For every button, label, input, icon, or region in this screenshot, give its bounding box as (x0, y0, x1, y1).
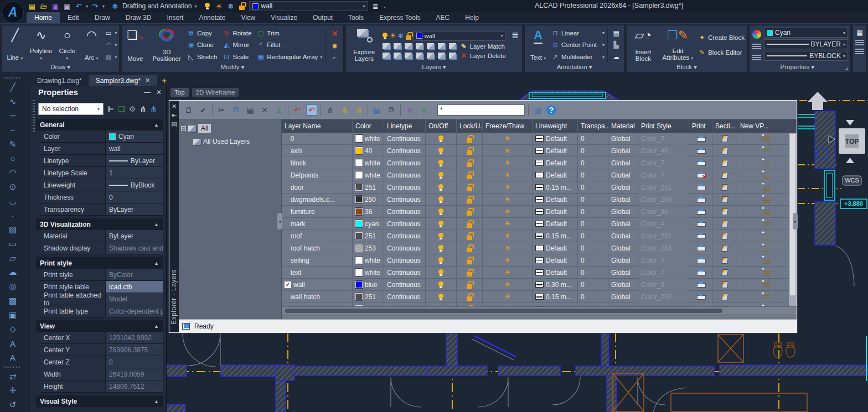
invert-filter-icon[interactable]: ⋔ (324, 105, 335, 116)
section-cell[interactable] (712, 194, 737, 206)
material-cell[interactable]: Global (608, 181, 638, 194)
layer-match-button[interactable]: ✎Layer Match (460, 43, 505, 50)
linetype-cell[interactable]: Continuous (384, 206, 426, 218)
transparency-cell[interactable]: 0 (578, 157, 608, 169)
property-value[interactable]: ByColor (106, 269, 163, 280)
section-cell[interactable] (712, 242, 737, 254)
copy-icon[interactable]: ⧉ (230, 105, 241, 116)
layer-tool-icon[interactable] (438, 53, 445, 59)
linetype-cell[interactable]: Continuous (384, 169, 426, 181)
material-cell[interactable]: Global (608, 242, 638, 254)
on-off-cell[interactable] (426, 194, 457, 206)
quick-layer-combo[interactable]: wall▾ (249, 1, 368, 11)
layer-tool-icon[interactable] (438, 43, 445, 49)
polyline-icon[interactable]: ∿ (4, 95, 21, 109)
print-cell[interactable] (689, 267, 712, 279)
ellipse-icon[interactable]: ⊙ (4, 180, 21, 194)
section-header[interactable]: View▲ (36, 320, 163, 332)
property-value[interactable]: 763906.3975 (106, 344, 163, 356)
table-icon[interactable]: ▦ (856, 29, 862, 36)
collapse-arrow-icon[interactable]: ▲ (154, 122, 159, 128)
material-cell[interactable]: Global (608, 291, 638, 303)
column-header[interactable]: Color (353, 119, 384, 133)
close-icon[interactable]: ✕ (156, 88, 162, 96)
cube-down-arrow-icon[interactable] (846, 158, 854, 163)
color-cell[interactable]: 251 (353, 291, 384, 303)
new-vp-cell[interactable] (737, 218, 797, 230)
move-button[interactable]: ❏↘Move (124, 27, 146, 63)
table-collapse-handle[interactable]: ▸ (793, 213, 798, 230)
tab-home[interactable]: Home (27, 12, 60, 23)
layer-tool-icon[interactable] (449, 43, 456, 49)
section-cell[interactable] (712, 279, 737, 291)
new-vp-cell[interactable] (737, 279, 797, 291)
on-off-cell[interactable] (426, 242, 457, 254)
column-header[interactable]: Secti... (712, 119, 737, 133)
print-style-cell[interactable]: Color_40 (638, 145, 689, 157)
on-off-cell[interactable] (426, 291, 457, 303)
layer-row[interactable]: door251Continuous☀0.15 m...0GlobalColor_… (282, 181, 797, 194)
tree-collapse-handle[interactable]: ◂ (277, 213, 282, 230)
linear-dimension-button[interactable]: ⊓Linear▾ (551, 29, 604, 37)
linetype-cell[interactable]: Continuous (384, 194, 426, 206)
unlock-icon[interactable]: ⌐ (333, 54, 337, 61)
color-cell[interactable]: 36 (353, 206, 384, 218)
lock-cell[interactable] (457, 242, 483, 254)
edit-attributes-button[interactable]: ❐✎Edit Attributes ▾ (660, 27, 696, 63)
linetype-cell[interactable]: Continuous (384, 242, 426, 254)
layer-filter-icon[interactable]: ≣ (371, 2, 380, 11)
section-cell[interactable] (712, 157, 737, 169)
color-cell[interactable]: 250 (353, 194, 384, 206)
layer-tool-icon[interactable] (416, 53, 423, 59)
property-value[interactable]: ByBlock (106, 179, 163, 191)
selection-combo[interactable]: No selection▾ (38, 103, 104, 115)
fillet-button[interactable]: ◜Fillet (257, 39, 322, 51)
new-vp-cell[interactable] (737, 206, 797, 218)
print-style-cell[interactable]: Color_251 (638, 291, 689, 303)
linetype-cell[interactable]: Continuous (384, 157, 426, 169)
new-vp-cell[interactable] (737, 254, 797, 267)
linetype-combo[interactable]: BYBLOCK▾ (764, 51, 848, 61)
tab-edit[interactable]: Edit (60, 12, 87, 23)
new-vp-cell[interactable] (737, 194, 797, 206)
layer-name-cell[interactable]: furniture (282, 206, 353, 218)
auto-hide-icon[interactable]: ⇤ (172, 112, 177, 121)
tab-help[interactable]: Help (457, 12, 487, 23)
print-style-cell[interactable]: Color_251 (638, 230, 689, 242)
print-cell[interactable] (689, 218, 712, 230)
layer-combo[interactable]: wall▾ (414, 31, 505, 41)
freeze-cell[interactable]: ☀ (483, 230, 533, 242)
print-style-cell[interactable]: Color_253 (638, 242, 689, 254)
block-editor-button[interactable]: ✎Block Editor (698, 49, 745, 56)
wipeout-icon[interactable]: ▩ (4, 294, 21, 308)
lineweight-cell[interactable]: Default (533, 169, 578, 181)
print-cell[interactable] (689, 291, 712, 303)
viewport-name-button[interactable]: Top (170, 88, 189, 97)
property-value[interactable]: Shadows cast and r... (106, 242, 163, 254)
color-cell[interactable]: white (353, 169, 384, 181)
line-button[interactable]: ╱Line ▾ (4, 27, 26, 63)
lineweight-cell[interactable]: 0.15 m... (533, 291, 578, 303)
workspace-combo[interactable]: ✱ Drafting and Annotation▾ (107, 1, 200, 11)
lineweight-cell[interactable]: Default (533, 194, 578, 206)
color-cell[interactable]: 251 (353, 181, 384, 194)
point-icon[interactable]: · (4, 208, 21, 223)
close-icon[interactable]: ✕ (172, 103, 177, 112)
layer-states-icon[interactable]: ▤ (371, 105, 383, 116)
print-cell[interactable] (689, 242, 712, 254)
layer-row[interactable]: 0whiteContinuous☀Default0GlobalColor_7 (282, 133, 797, 145)
section-cell[interactable] (712, 291, 737, 303)
column-header[interactable]: Lineweight (533, 119, 578, 133)
print-cell[interactable] (689, 206, 712, 218)
section-cell[interactable] (712, 218, 737, 230)
tab-aec[interactable]: AEC (428, 12, 458, 23)
mtext-icon[interactable]: A (4, 351, 21, 365)
freeze-cell[interactable]: ☀ (483, 145, 533, 157)
clone-button[interactable]: ◉Clone (187, 39, 217, 51)
color-wheel-icon[interactable] (752, 30, 761, 39)
color-cell[interactable]: white (353, 254, 384, 267)
table-icon[interactable]: ▦ (613, 29, 619, 37)
rectangle-button[interactable]: ▭▾ (105, 29, 117, 37)
column-header[interactable]: Freeze/Thaw (483, 119, 533, 133)
transparency-cell[interactable]: 0 (578, 254, 608, 267)
